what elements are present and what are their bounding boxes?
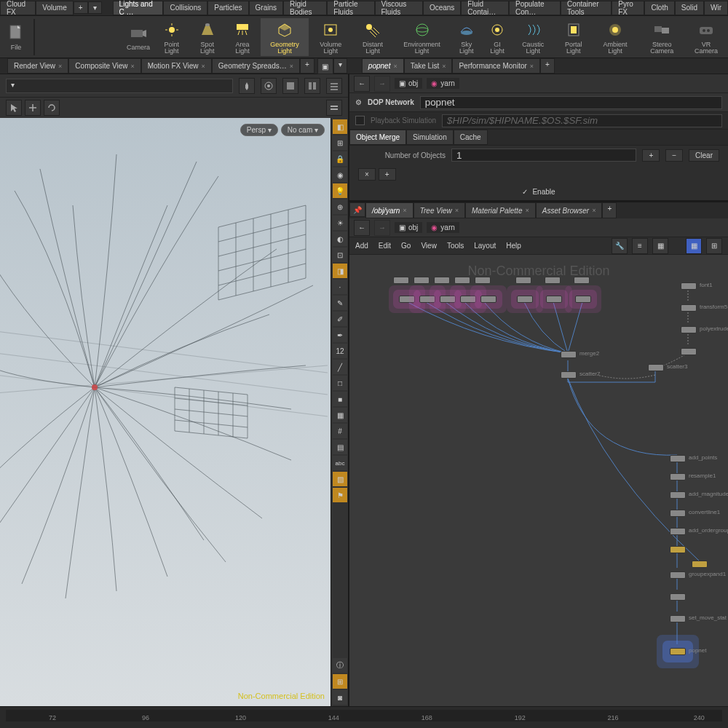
vsb-bulb-icon[interactable]: 💡 xyxy=(333,183,347,198)
node-xform2[interactable] xyxy=(546,296,562,303)
node-chain0[interactable] xyxy=(670,455,686,462)
shelf-volumelight[interactable]: Volume Light xyxy=(310,18,352,56)
sim-path-input[interactable] xyxy=(442,114,722,127)
shelf-tab-pyro[interactable]: Pyro FX xyxy=(612,1,644,15)
pane-tab-add-right[interactable]: + xyxy=(540,58,555,74)
shelf-tab-solid[interactable]: Solid xyxy=(675,1,704,15)
pane-tab-perfmon[interactable]: Performance Monitor× xyxy=(452,58,540,74)
close-icon[interactable]: × xyxy=(130,63,134,70)
vsb-4view-icon[interactable]: ⊞ xyxy=(333,674,347,689)
shelf-dropdown-left[interactable]: ▾ xyxy=(88,1,102,14)
vsb-grid-icon[interactable]: ⊡ xyxy=(333,248,347,262)
node-chain3[interactable] xyxy=(670,510,686,517)
shelf-tab-wire[interactable]: Wir xyxy=(704,1,728,15)
viewer-path-dropdown[interactable]: ▾ xyxy=(6,79,233,93)
node-grid1[interactable] xyxy=(393,277,409,284)
vsb-square-icon[interactable]: □ xyxy=(333,376,347,390)
node-xform5[interactable] xyxy=(681,304,697,312)
node-chain8[interactable] xyxy=(670,615,686,622)
node-xform6[interactable] xyxy=(681,348,697,355)
network-canvas[interactable]: Non-Commercial Edition xyxy=(349,255,728,706)
vsb-text-icon[interactable]: ▤ xyxy=(333,440,347,454)
shelf-causticlight[interactable]: Caustic Light xyxy=(513,18,554,56)
node-grid3[interactable] xyxy=(434,277,450,284)
shelf-ambientlight[interactable]: Ambient Light xyxy=(593,18,637,56)
shelf-envlight[interactable]: Environment Light xyxy=(395,18,450,56)
menu-help[interactable]: Help xyxy=(506,242,521,250)
net-path-yarn[interactable]: ◉yarn xyxy=(427,222,459,233)
shelf-tab-cloudfx[interactable]: Cloud FX xyxy=(0,1,36,15)
shelf-geomlight[interactable]: Geometry Light xyxy=(261,18,309,56)
shelf-tab-oceans[interactable]: Oceans xyxy=(423,1,461,15)
rotate-tool-icon[interactable] xyxy=(44,100,60,116)
vsb-sun-icon[interactable]: ☀ xyxy=(333,215,347,230)
node-grid8[interactable] xyxy=(574,277,590,284)
close-icon[interactable]: × xyxy=(403,207,406,214)
node-chain1[interactable] xyxy=(670,473,686,480)
numobj-input[interactable] xyxy=(451,149,636,162)
net-pin-icon[interactable]: 📌 xyxy=(349,202,365,217)
pane-maximize-left[interactable]: ▣ xyxy=(317,58,333,74)
shelf-tab-volume[interactable]: Volume xyxy=(36,1,73,15)
close-icon[interactable]: × xyxy=(393,63,397,70)
vsb-wire-icon[interactable]: ⊞ xyxy=(333,135,347,150)
menu-layout[interactable]: Layout xyxy=(474,242,496,250)
net-tab-add[interactable]: + xyxy=(602,202,617,218)
vsb-dot-icon[interactable]: · xyxy=(333,280,347,294)
node-chain5[interactable] xyxy=(670,546,686,553)
node-grid5[interactable] xyxy=(475,277,491,284)
net-tool-list-icon[interactable]: ≡ xyxy=(632,238,648,254)
vsb-info-icon[interactable]: ⓘ xyxy=(333,658,347,673)
shelf-tab-collisions[interactable]: Collisions xyxy=(163,1,207,15)
layout-icon[interactable] xyxy=(304,78,320,94)
node-font[interactable] xyxy=(681,282,697,290)
playback-checkbox[interactable] xyxy=(355,116,365,125)
clear-button[interactable]: Clear xyxy=(689,149,719,162)
display-options-icon[interactable] xyxy=(326,100,342,116)
shelf-pointlight[interactable]: Point Light xyxy=(154,18,189,56)
forward-icon[interactable]: → xyxy=(374,76,390,92)
node-grid7[interactable] xyxy=(545,277,561,284)
node-scatter3[interactable] xyxy=(648,364,664,371)
shelf-distantlight[interactable]: Distant Light xyxy=(353,18,393,56)
render-icon[interactable] xyxy=(282,78,298,94)
shelf-tab-grains[interactable]: Grains xyxy=(249,1,283,15)
viewport[interactable]: Persp ▾ No cam ▾ xyxy=(0,118,331,706)
node-chain7[interactable] xyxy=(670,593,686,601)
menu-view[interactable]: View xyxy=(421,242,437,250)
pane-tab-popnet[interactable]: popnet× xyxy=(362,58,404,74)
shelf-tab-rigid[interactable]: Rigid Bodies xyxy=(283,1,327,15)
node-grid4[interactable] xyxy=(454,277,470,284)
node-xform1[interactable] xyxy=(517,296,533,303)
shelf-tab-fluidc[interactable]: Fluid Contai… xyxy=(461,1,509,15)
node-line3[interactable] xyxy=(440,296,456,303)
select-tool-icon[interactable] xyxy=(6,100,22,116)
move-tool-icon[interactable] xyxy=(25,100,41,116)
shelf-tab-particles[interactable]: Particles xyxy=(207,1,248,15)
vsb-fill-icon[interactable]: ■ xyxy=(333,392,347,406)
vsb-img-icon[interactable]: ▧ xyxy=(333,472,347,486)
net-forward-icon[interactable]: → xyxy=(374,220,390,236)
node-scatter7[interactable] xyxy=(561,371,577,379)
net-tool-color2-icon[interactable]: ⊞ xyxy=(706,238,722,254)
back-icon[interactable]: ← xyxy=(354,76,370,92)
vsb-globe-icon[interactable]: ⊕ xyxy=(333,199,347,214)
shelf-stereocam[interactable]: Stereo Camera xyxy=(638,18,686,56)
vsb-cam-icon[interactable]: ◙ xyxy=(333,690,347,705)
pane-tab-geospread[interactable]: Geometry Spreads…× xyxy=(212,58,300,74)
shelf-spotlight[interactable]: Spot Light xyxy=(191,18,224,56)
shelf-file[interactable]: File xyxy=(3,21,29,52)
vsb-lock-icon[interactable]: 🔒 xyxy=(333,151,347,166)
net-tool-wrench-icon[interactable]: 🔧 xyxy=(612,238,628,254)
menu-add[interactable]: Add xyxy=(355,242,368,250)
node-line4[interactable] xyxy=(460,296,476,303)
vsb-gold-2[interactable]: ◨ xyxy=(333,264,347,278)
param-tab-simulation[interactable]: Simulation xyxy=(406,130,454,145)
shelf-skylight[interactable]: Sky Light xyxy=(451,18,483,56)
vsb-paint-icon[interactable]: ✐ xyxy=(333,312,347,326)
param-tab-objmerge[interactable]: Object Merge xyxy=(349,130,406,145)
pane-tab-renderview[interactable]: Render View× xyxy=(7,58,68,74)
vsb-brush-icon[interactable]: ✎ xyxy=(333,296,347,310)
net-back-icon[interactable]: ← xyxy=(354,220,370,236)
vsb-line-icon[interactable]: ╱ xyxy=(333,360,347,374)
